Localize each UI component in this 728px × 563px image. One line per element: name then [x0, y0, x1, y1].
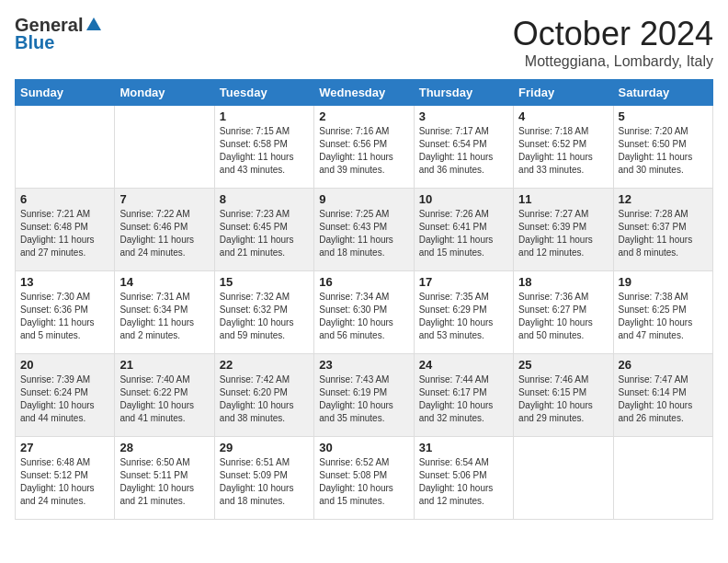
calendar-cell: 28Sunrise: 6:50 AM Sunset: 5:11 PM Dayli… — [115, 437, 214, 520]
day-number: 5 — [619, 109, 708, 123]
calendar-cell: 3Sunrise: 7:17 AM Sunset: 6:54 PM Daylig… — [414, 106, 513, 189]
day-detail: Sunrise: 7:31 AM Sunset: 6:34 PM Dayligh… — [119, 291, 209, 342]
day-detail: Sunrise: 7:23 AM Sunset: 6:45 PM Dayligh… — [220, 208, 309, 259]
day-number: 6 — [20, 192, 109, 206]
day-number: 31 — [419, 441, 508, 454]
day-detail: Sunrise: 7:30 AM Sunset: 6:36 PM Dayligh… — [20, 291, 109, 342]
calendar-cell: 8Sunrise: 7:23 AM Sunset: 6:45 PM Daylig… — [214, 189, 313, 271]
calendar-week-row: 13Sunrise: 7:30 AM Sunset: 6:36 PM Dayli… — [16, 271, 713, 354]
calendar-cell: 10Sunrise: 7:26 AM Sunset: 6:41 PM Dayli… — [414, 189, 513, 271]
weekday-header: Wednesday — [314, 80, 414, 106]
calendar-cell: 20Sunrise: 7:39 AM Sunset: 6:24 PM Dayli… — [16, 354, 115, 437]
calendar-cell: 21Sunrise: 7:40 AM Sunset: 6:22 PM Dayli… — [115, 354, 214, 437]
calendar-cell: 25Sunrise: 7:46 AM Sunset: 6:15 PM Dayli… — [514, 354, 613, 437]
calendar-week-row: 27Sunrise: 6:48 AM Sunset: 5:12 PM Dayli… — [16, 437, 713, 520]
day-number: 16 — [319, 275, 408, 289]
day-number: 4 — [518, 109, 608, 123]
calendar-header-row: SundayMondayTuesdayWednesdayThursdayFrid… — [16, 80, 713, 106]
weekday-header: Saturday — [613, 80, 712, 106]
day-number: 25 — [518, 358, 608, 372]
day-detail: Sunrise: 6:51 AM Sunset: 5:09 PM Dayligh… — [220, 456, 309, 508]
day-detail: Sunrise: 6:52 AM Sunset: 5:08 PM Dayligh… — [319, 456, 408, 508]
calendar-cell: 6Sunrise: 7:21 AM Sunset: 6:48 PM Daylig… — [16, 189, 115, 271]
logo-triangle-icon — [86, 17, 101, 34]
day-number: 9 — [319, 192, 408, 206]
day-detail: Sunrise: 7:27 AM Sunset: 6:39 PM Dayligh… — [518, 208, 608, 259]
day-detail: Sunrise: 7:26 AM Sunset: 6:41 PM Dayligh… — [419, 208, 508, 259]
calendar-cell: 1Sunrise: 7:15 AM Sunset: 6:58 PM Daylig… — [214, 106, 313, 189]
day-number: 21 — [119, 358, 209, 372]
day-number: 19 — [619, 275, 708, 289]
day-detail: Sunrise: 7:44 AM Sunset: 6:17 PM Dayligh… — [419, 373, 508, 425]
calendar-cell: 30Sunrise: 6:52 AM Sunset: 5:08 PM Dayli… — [314, 437, 414, 520]
calendar-cell: 26Sunrise: 7:47 AM Sunset: 6:14 PM Dayli… — [613, 354, 712, 437]
calendar-cell: 23Sunrise: 7:43 AM Sunset: 6:19 PM Dayli… — [314, 354, 414, 437]
logo: General Blue — [15, 15, 101, 53]
day-detail: Sunrise: 7:20 AM Sunset: 6:50 PM Dayligh… — [619, 125, 708, 177]
day-number: 27 — [20, 441, 109, 454]
calendar-cell — [16, 106, 115, 189]
calendar-cell: 5Sunrise: 7:20 AM Sunset: 6:50 PM Daylig… — [613, 106, 712, 189]
day-number: 15 — [220, 275, 309, 289]
day-detail: Sunrise: 7:34 AM Sunset: 6:30 PM Dayligh… — [319, 291, 408, 342]
day-detail: Sunrise: 7:25 AM Sunset: 6:43 PM Dayligh… — [319, 208, 408, 259]
weekday-header: Monday — [115, 80, 214, 106]
day-detail: Sunrise: 6:50 AM Sunset: 5:11 PM Dayligh… — [119, 456, 209, 508]
month-title: October 2024 — [513, 15, 713, 53]
day-detail: Sunrise: 7:28 AM Sunset: 6:37 PM Dayligh… — [619, 208, 708, 259]
day-number: 11 — [518, 192, 608, 206]
day-number: 26 — [619, 358, 708, 372]
day-detail: Sunrise: 7:36 AM Sunset: 6:27 PM Dayligh… — [518, 291, 608, 342]
calendar-week-row: 1Sunrise: 7:15 AM Sunset: 6:58 PM Daylig… — [16, 106, 713, 189]
day-number: 24 — [419, 358, 508, 372]
day-detail: Sunrise: 7:15 AM Sunset: 6:58 PM Dayligh… — [220, 125, 309, 177]
calendar-cell: 11Sunrise: 7:27 AM Sunset: 6:39 PM Dayli… — [514, 189, 613, 271]
calendar-cell: 29Sunrise: 6:51 AM Sunset: 5:09 PM Dayli… — [214, 437, 313, 520]
calendar-cell: 14Sunrise: 7:31 AM Sunset: 6:34 PM Dayli… — [115, 271, 214, 354]
calendar-cell: 4Sunrise: 7:18 AM Sunset: 6:52 PM Daylig… — [514, 106, 613, 189]
calendar-cell — [115, 106, 214, 189]
day-number: 1 — [220, 109, 309, 123]
day-number: 29 — [220, 441, 309, 454]
title-section: October 2024 Motteggiana, Lombardy, Ital… — [513, 15, 713, 70]
calendar-cell: 22Sunrise: 7:42 AM Sunset: 6:20 PM Dayli… — [214, 354, 313, 437]
calendar-table: SundayMondayTuesdayWednesdayThursdayFrid… — [15, 79, 713, 520]
day-detail: Sunrise: 7:21 AM Sunset: 6:48 PM Dayligh… — [20, 208, 109, 259]
calendar-cell: 12Sunrise: 7:28 AM Sunset: 6:37 PM Dayli… — [613, 189, 712, 271]
location-title: Motteggiana, Lombardy, Italy — [513, 53, 713, 70]
calendar-cell: 24Sunrise: 7:44 AM Sunset: 6:17 PM Dayli… — [414, 354, 513, 437]
day-detail: Sunrise: 6:48 AM Sunset: 5:12 PM Dayligh… — [20, 456, 109, 508]
calendar-cell: 9Sunrise: 7:25 AM Sunset: 6:43 PM Daylig… — [314, 189, 414, 271]
day-number: 14 — [119, 275, 209, 289]
day-detail: Sunrise: 7:43 AM Sunset: 6:19 PM Dayligh… — [319, 373, 408, 425]
weekday-header: Sunday — [16, 80, 115, 106]
day-number: 8 — [220, 192, 309, 206]
calendar-cell: 19Sunrise: 7:38 AM Sunset: 6:25 PM Dayli… — [613, 271, 712, 354]
day-detail: Sunrise: 7:16 AM Sunset: 6:56 PM Dayligh… — [319, 125, 408, 177]
day-detail: Sunrise: 7:42 AM Sunset: 6:20 PM Dayligh… — [220, 373, 309, 425]
day-detail: Sunrise: 7:39 AM Sunset: 6:24 PM Dayligh… — [20, 373, 109, 425]
day-detail: Sunrise: 7:35 AM Sunset: 6:29 PM Dayligh… — [419, 291, 508, 342]
weekday-header: Friday — [514, 80, 613, 106]
day-number: 20 — [20, 358, 109, 372]
calendar-cell — [514, 437, 613, 520]
day-number: 3 — [419, 109, 508, 123]
calendar-cell: 16Sunrise: 7:34 AM Sunset: 6:30 PM Dayli… — [314, 271, 414, 354]
day-detail: Sunrise: 7:17 AM Sunset: 6:54 PM Dayligh… — [419, 125, 508, 177]
day-number: 7 — [119, 192, 209, 206]
calendar-cell: 2Sunrise: 7:16 AM Sunset: 6:56 PM Daylig… — [314, 106, 414, 189]
weekday-header: Tuesday — [214, 80, 313, 106]
day-number: 17 — [419, 275, 508, 289]
day-number: 2 — [319, 109, 408, 123]
calendar-cell: 15Sunrise: 7:32 AM Sunset: 6:32 PM Dayli… — [214, 271, 313, 354]
day-number: 28 — [119, 441, 209, 454]
calendar-week-row: 20Sunrise: 7:39 AM Sunset: 6:24 PM Dayli… — [16, 354, 713, 437]
day-detail: Sunrise: 6:54 AM Sunset: 5:06 PM Dayligh… — [419, 456, 508, 508]
calendar-cell — [613, 437, 712, 520]
day-number: 12 — [619, 192, 708, 206]
calendar-cell: 31Sunrise: 6:54 AM Sunset: 5:06 PM Dayli… — [414, 437, 513, 520]
day-number: 22 — [220, 358, 309, 372]
calendar-cell: 27Sunrise: 6:48 AM Sunset: 5:12 PM Dayli… — [16, 437, 115, 520]
calendar-cell: 7Sunrise: 7:22 AM Sunset: 6:46 PM Daylig… — [115, 189, 214, 271]
day-detail: Sunrise: 7:32 AM Sunset: 6:32 PM Dayligh… — [220, 291, 309, 342]
